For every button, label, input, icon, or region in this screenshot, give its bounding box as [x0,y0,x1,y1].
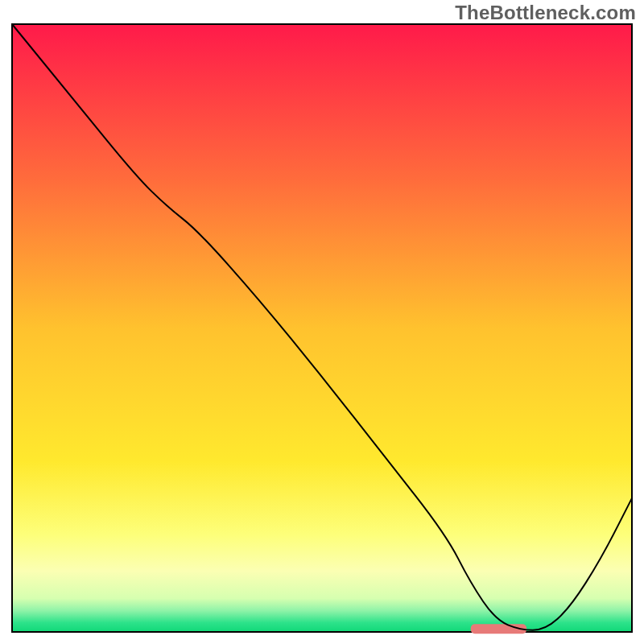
chart-svg [0,0,644,644]
plot-background [12,24,632,632]
bottleneck-chart: TheBottleneck.com [0,0,644,644]
watermark-label: TheBottleneck.com [455,2,636,24]
